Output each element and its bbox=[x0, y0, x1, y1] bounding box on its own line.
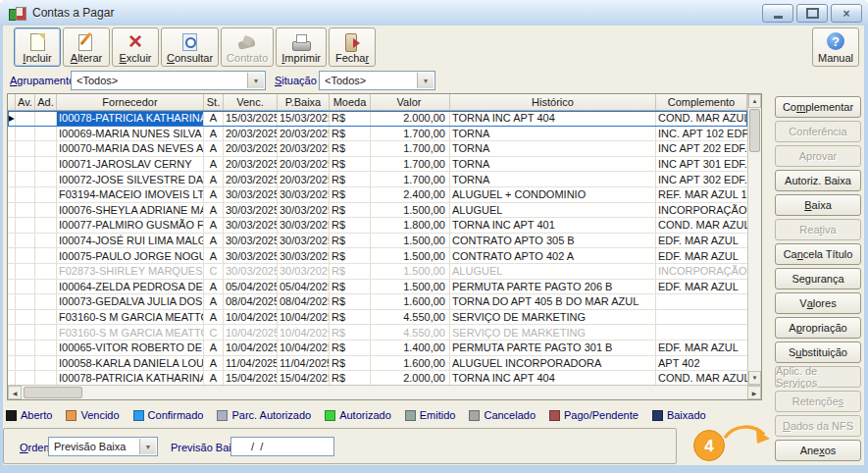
column-header-historico[interactable]: Histórico bbox=[450, 94, 656, 110]
horizontal-scroll-thumb[interactable] bbox=[24, 387, 82, 398]
agrupamento-select[interactable]: <Todos> ▼ bbox=[71, 71, 266, 90]
cell-ind bbox=[8, 203, 16, 218]
column-header-venc[interactable]: Venc. bbox=[224, 94, 278, 110]
chevron-down-icon: ▼ bbox=[139, 439, 156, 454]
column-header-fornecedor[interactable]: Fornecedor bbox=[57, 94, 204, 110]
cell-ad bbox=[35, 341, 57, 355]
table-row[interactable]: I00058-KARLA DANIELA LOUREA11/04/202511/… bbox=[8, 356, 747, 372]
column-header-av[interactable]: Av. bbox=[16, 94, 35, 110]
cell-av bbox=[16, 187, 35, 202]
action-baixa-button[interactable]: Baixa bbox=[775, 194, 861, 216]
ordem-select[interactable]: Previsão Baixa ▼ bbox=[48, 437, 158, 456]
cell-ind bbox=[8, 280, 16, 294]
excluir-button[interactable]: Excluir bbox=[112, 27, 159, 67]
cell-ind bbox=[8, 264, 16, 279]
toolbar: IncluirAlterarExcluirConsultarContratoIm… bbox=[14, 27, 376, 69]
action-valores-button[interactable]: Valores bbox=[775, 292, 861, 314]
consultar-button[interactable]: Consultar bbox=[161, 27, 219, 67]
action-autoriz-baixa-button[interactable]: Autoriz. Baixa bbox=[775, 170, 861, 191]
cell-valor: 1.500,00 bbox=[371, 264, 450, 279]
cell-complemento: INC APT 202 EDF. PI bbox=[656, 141, 747, 156]
cell-complemento: INCORPORAÇÃO AI bbox=[656, 203, 747, 218]
cell-valor: 1.600,00 bbox=[371, 294, 450, 309]
table-row[interactable]: I00073-GEDALVA JULIA DOS SAA08/04/202508… bbox=[8, 294, 747, 310]
legend-swatch bbox=[652, 410, 663, 421]
table-row[interactable]: I00077-PALMIRO GUSMÃO FREIA30/03/202530/… bbox=[8, 218, 747, 234]
action-substituicao-button[interactable]: Substituição bbox=[775, 342, 861, 363]
close-button[interactable]: × bbox=[831, 4, 862, 23]
cell-venc: 20/03/2025 bbox=[224, 127, 278, 141]
legend-label: Parc. Autorizado bbox=[231, 409, 311, 421]
printer-icon bbox=[288, 30, 314, 52]
scroll-up-icon[interactable]: ▲ bbox=[748, 94, 761, 108]
scroll-down-icon[interactable]: ▼ bbox=[748, 371, 761, 385]
cell-ad bbox=[35, 157, 57, 172]
action-cancela-titulo-button[interactable]: Cancela Título bbox=[775, 243, 861, 265]
table-row[interactable]: F02873-SHIRLEY MARQUES DEC30/03/202530/0… bbox=[8, 264, 747, 280]
column-header-st[interactable]: St. bbox=[204, 94, 224, 110]
cell-pbaixa: 30/03/2025 bbox=[278, 218, 330, 233]
cell-av bbox=[16, 341, 35, 355]
action-complementar-button[interactable]: Complementar bbox=[775, 96, 861, 118]
imprimir-button[interactable]: Imprimir bbox=[276, 27, 327, 67]
table-row[interactable]: ▶I00078-PATRICIA KATHARINA DA15/03/20251… bbox=[8, 111, 747, 127]
action-seguranca-button[interactable]: Segurança bbox=[775, 268, 861, 289]
action-conferencia-button: Conferência bbox=[775, 121, 861, 142]
alterar-button[interactable]: Alterar bbox=[63, 27, 110, 67]
fechar-button[interactable]: Fechar bbox=[329, 27, 376, 67]
cell-venc: 20/03/2025 bbox=[224, 157, 278, 172]
legend-item-aberto: Aberto bbox=[6, 409, 52, 421]
table-row[interactable]: I00069-MARIA NUNES SILVAA20/03/202520/03… bbox=[8, 127, 747, 142]
cell-moeda: R$ bbox=[330, 141, 371, 156]
step-4-annotation: 4 bbox=[682, 422, 780, 467]
incluir-button[interactable]: Incluir bbox=[14, 27, 61, 67]
cell-historico: TORNA bbox=[450, 127, 656, 141]
column-header-p-baixa[interactable]: P.Baixa bbox=[278, 94, 330, 110]
column-header-valor[interactable]: Valor bbox=[371, 94, 450, 110]
minimize-button[interactable] bbox=[762, 4, 793, 23]
table-header-row: Av.Ad.FornecedorSt.Venc.P.BaixaMoedaValo… bbox=[8, 94, 761, 111]
manual-button[interactable]: Manual bbox=[812, 27, 859, 67]
column-header-ad[interactable]: Ad. bbox=[35, 94, 57, 110]
action-dados-da-nfs-button: Dados da NFS bbox=[775, 415, 861, 437]
cell-pbaixa: 05/04/2025 bbox=[278, 280, 330, 294]
table-row[interactable]: I00070-MARIA DAS NEVES ACCA20/03/202520/… bbox=[8, 141, 747, 157]
cell-complemento: COND. MAR AZUL bbox=[656, 371, 747, 385]
table-row[interactable]: F03160-S M GARCIA MEATTOA10/04/202510/04… bbox=[8, 310, 747, 326]
column-header-moeda[interactable]: Moeda bbox=[330, 94, 371, 110]
toolbar-button-label: Fechar bbox=[335, 52, 369, 64]
action-apropriacao-button[interactable]: Apropriação bbox=[775, 317, 861, 339]
table-row[interactable]: I00074-JOSÉ RUI LIMA MALGUEA30/03/202530… bbox=[8, 234, 747, 249]
legend-swatch bbox=[549, 410, 560, 421]
action-anexos-button[interactable]: Anexos bbox=[775, 440, 861, 461]
cell-av bbox=[16, 157, 35, 172]
maximize-button[interactable] bbox=[796, 4, 828, 23]
situacao-select[interactable]: <Todos> ▼ bbox=[319, 71, 435, 90]
action-reativa-button: Reativa bbox=[775, 219, 861, 240]
scroll-right-icon[interactable]: ▶ bbox=[747, 386, 761, 399]
column-header-complemento[interactable]: Complemento bbox=[656, 94, 747, 110]
scroll-left-icon[interactable]: ◀ bbox=[8, 386, 22, 399]
table-row[interactable]: I00064-ZELDA PEDROSA DE OLA05/04/202505/… bbox=[8, 280, 747, 295]
cell-valor: 2.400,00 bbox=[371, 187, 450, 202]
maximize-icon bbox=[806, 8, 819, 19]
vertical-scroll-thumb[interactable] bbox=[749, 109, 760, 152]
table-row[interactable]: F03160-S M GARCIA MEATTOC10/04/202510/04… bbox=[8, 325, 747, 341]
cell-pbaixa: 15/03/2025 bbox=[278, 111, 330, 126]
previsao-baixa-input[interactable] bbox=[230, 437, 334, 456]
cell-pbaixa: 10/04/2025 bbox=[278, 325, 330, 340]
cell-ad bbox=[35, 294, 57, 309]
cell-complemento: APT 402 bbox=[656, 356, 747, 371]
cell-ind bbox=[8, 371, 16, 385]
vertical-scrollbar[interactable]: ▲ ▼ bbox=[747, 94, 761, 385]
table-row[interactable]: I00071-JAROSLAV CERNYA20/03/202520/03/20… bbox=[8, 157, 747, 173]
table-row[interactable]: I00072-JOSE SILVESTRE DA SILA20/03/20252… bbox=[8, 172, 747, 187]
cell-historico: TORNA bbox=[450, 157, 656, 172]
table-row[interactable]: I00065-VITOR ROBERTO DE MELA10/04/202510… bbox=[8, 341, 747, 356]
cell-historico: ALUGUEL bbox=[450, 203, 656, 218]
table-row[interactable]: I00078-PATRICIA KATHARINA DA15/04/202515… bbox=[8, 371, 747, 385]
table-row[interactable]: I00076-SHEYLA ADRIANE MARQA30/03/202530/… bbox=[8, 203, 747, 219]
table-row[interactable]: I00075-PAULO JORGE NOGUEIRA30/03/202530/… bbox=[8, 248, 747, 264]
table-row[interactable]: F03194-MACEIO IMOVEIS LTDAA30/03/202530/… bbox=[8, 187, 747, 203]
horizontal-scrollbar[interactable]: ◀ ▶ bbox=[8, 385, 761, 399]
